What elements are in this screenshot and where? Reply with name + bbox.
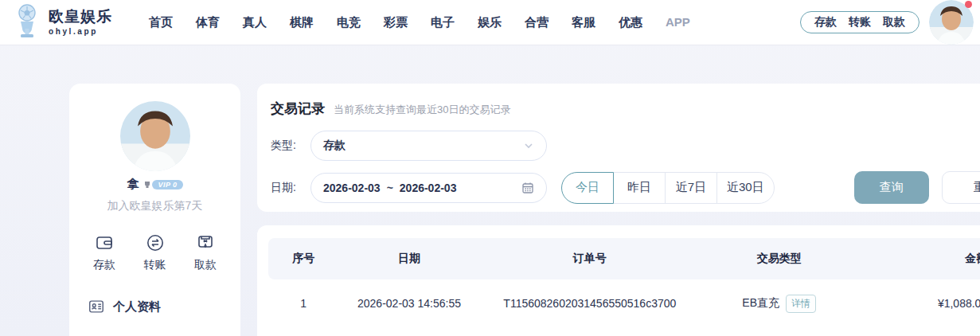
table-row: 1 2026-02-03 14:56:55 T11560826020314565… (268, 279, 980, 327)
sidebar-transfer-action[interactable]: 转账 (135, 232, 176, 272)
transfer-icon (135, 232, 176, 253)
type-select-value: 存款 (323, 139, 523, 153)
col-header-index: 序号 (268, 238, 339, 279)
nav-item-card-games[interactable]: 棋牌 (290, 15, 314, 30)
range-yesterday-button[interactable]: 昨日 (613, 172, 666, 204)
page-title: 交易记录 (271, 100, 325, 118)
cell-index: 1 (268, 279, 339, 327)
vip-badge: VIP 0 (143, 180, 182, 189)
header-right: 存款 转账 取款 (800, 0, 974, 45)
menu-item-label: 个人资料 (113, 299, 161, 315)
wallet-icon (84, 232, 125, 253)
range-7days-button[interactable]: 近7日 (665, 172, 717, 204)
nav-item-lottery[interactable]: 彩票 (384, 15, 408, 30)
cell-type: EB直充详情 (700, 279, 858, 327)
col-header-amount: 金额 (858, 238, 980, 279)
transaction-filter-card: 交易记录 当前系统支持查询最近30日的交易记录 类型: 存款 日期: 2026-… (257, 84, 980, 212)
header-transfer-link[interactable]: 转账 (849, 15, 871, 29)
header-deposit-link[interactable]: 存款 (814, 15, 837, 29)
notification-dot (965, 1, 972, 8)
transaction-table: 序号 日期 订单号 交易类型 金额 1 2026-02-03 14:56:55 … (268, 238, 980, 327)
cell-order-no: T1156082602031456550516c3700 (480, 279, 701, 327)
nav-item-esports[interactable]: 电竞 (337, 15, 361, 30)
avatar-image (120, 101, 190, 171)
id-card-icon (88, 298, 105, 315)
col-header-order-no: 订单号 (480, 238, 701, 279)
wallet-actions-pill: 存款 转账 取款 (800, 11, 919, 33)
date-start-value: 2026-02-03 (323, 182, 381, 194)
brand-text: 欧皇娱乐 ohyl.app (49, 9, 112, 36)
range-today-button[interactable]: 今日 (561, 172, 614, 204)
col-header-type: 交易类型 (700, 238, 858, 279)
chevron-down-icon (523, 140, 534, 151)
quick-action-label: 存款 (84, 258, 125, 272)
nav-item-entertainment[interactable]: 娱乐 (478, 15, 502, 30)
type-select[interactable]: 存款 (310, 131, 547, 161)
transaction-type: EB直充 (742, 296, 779, 309)
nav-item-partnership[interactable]: 合营 (525, 15, 549, 30)
user-avatar[interactable] (929, 0, 974, 45)
sidebar-item-profile[interactable]: 个人资料 (88, 298, 240, 315)
title-row: 交易记录 当前系统支持查询最近30日的交易记录 (271, 100, 980, 118)
profile-sidebar: 拿 VIP 0 加入欧皇娱乐第7天 存款 (69, 84, 240, 336)
quick-actions: 存款 转账 取款 (69, 232, 240, 272)
reset-button[interactable]: 重置 (942, 171, 980, 204)
header-withdraw-link[interactable]: 取款 (883, 15, 905, 29)
atm-icon (185, 232, 226, 253)
nav-item-home[interactable]: 首页 (149, 15, 173, 30)
date-filter-row: 日期: 2026-02-03 ~ 2026-02-03 今日 昨日 近7日 近3… (271, 171, 980, 204)
top-header: 欧皇娱乐 ohyl.app 首页 体育 真人 棋牌 电竞 彩票 电子 娱乐 合营… (0, 0, 980, 45)
detail-tag-button[interactable]: 详情 (786, 295, 816, 313)
type-label: 类型: (271, 139, 310, 153)
sidebar-withdraw-action[interactable]: 取款 (185, 232, 226, 272)
sidebar-deposit-action[interactable]: 存款 (84, 232, 125, 272)
nav-item-live-casino[interactable]: 真人 (243, 15, 267, 30)
profile-avatar (120, 101, 190, 171)
nav-item-promotions[interactable]: 优惠 (619, 15, 642, 30)
search-button[interactable]: 查询 (854, 171, 929, 204)
nav-item-slots[interactable]: 电子 (431, 15, 455, 30)
nav-item-app[interactable]: APP (666, 15, 690, 30)
quick-range-group: 今日 昨日 近7日 近30日 (561, 172, 775, 204)
calendar-icon (521, 182, 534, 194)
brand-domain: ohyl.app (49, 27, 112, 36)
type-filter-row: 类型: 存款 (271, 131, 980, 161)
nav-item-sports[interactable]: 体育 (196, 15, 220, 30)
page-subtitle: 当前系统支持查询最近30日的交易记录 (334, 103, 510, 117)
transaction-table-card: 序号 日期 订单号 交易类型 金额 1 2026-02-03 14:56:55 … (257, 225, 980, 336)
date-range-input[interactable]: 2026-02-03 ~ 2026-02-03 (310, 173, 547, 203)
username: 拿 (127, 177, 139, 192)
date-label: 日期: (271, 181, 310, 195)
main-nav: 首页 体育 真人 棋牌 电竞 彩票 电子 娱乐 合营 客服 优惠 APP (149, 15, 690, 30)
col-header-date: 日期 (339, 238, 480, 279)
nav-item-support[interactable]: 客服 (572, 15, 595, 30)
vip-trophy-icon (143, 180, 152, 189)
date-range-separator: ~ (387, 182, 393, 194)
cell-amount: ¥1,088.00 (858, 279, 980, 327)
range-30days-button[interactable]: 近30日 (716, 172, 775, 204)
table-header-row: 序号 日期 订单号 交易类型 金额 (268, 238, 980, 279)
sidebar-menu: 个人资料 VIP特权 (69, 298, 240, 336)
vip-level-label: VIP 0 (152, 180, 182, 189)
join-days-text: 加入欧皇娱乐第7天 (69, 199, 240, 213)
brand-name: 欧皇娱乐 (49, 9, 112, 25)
quick-action-label: 转账 (135, 258, 176, 272)
brand-logo[interactable]: 欧皇娱乐 ohyl.app (11, 4, 112, 41)
date-end-value: 2026-02-03 (400, 182, 457, 194)
username-row: 拿 VIP 0 (69, 177, 240, 192)
trophy-ball-logo-icon (11, 4, 43, 41)
cell-date: 2026-02-03 14:56:55 (339, 279, 480, 327)
quick-action-label: 取款 (185, 258, 226, 272)
